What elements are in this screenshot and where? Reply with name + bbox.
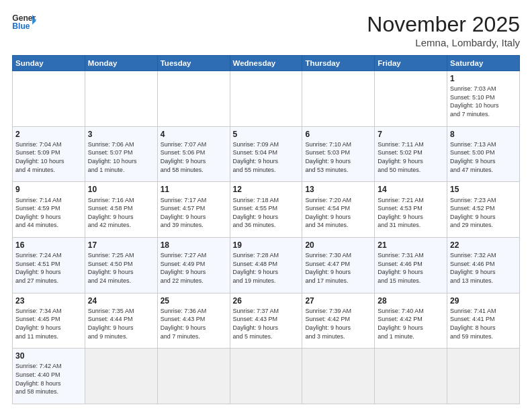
- day-info: Sunrise: 7:17 AM Sunset: 4:57 PM Dayligh…: [161, 196, 227, 230]
- calendar-cell: 6Sunrise: 7:10 AM Sunset: 5:03 PM Daylig…: [302, 126, 375, 182]
- day-info: Sunrise: 7:39 AM Sunset: 4:42 PM Dayligh…: [305, 307, 371, 340]
- day-info: Sunrise: 7:20 AM Sunset: 4:54 PM Dayligh…: [305, 196, 371, 230]
- calendar-cell: [302, 349, 375, 404]
- day-info: Sunrise: 7:37 AM Sunset: 4:43 PM Dayligh…: [233, 307, 300, 340]
- calendar-cell: 21Sunrise: 7:31 AM Sunset: 4:46 PM Dayli…: [375, 237, 447, 293]
- calendar-cell: 17Sunrise: 7:25 AM Sunset: 4:50 PM Dayli…: [85, 237, 157, 293]
- day-info: Sunrise: 7:30 AM Sunset: 4:47 PM Dayligh…: [305, 251, 371, 285]
- day-info: Sunrise: 7:14 AM Sunset: 4:59 PM Dayligh…: [15, 196, 82, 230]
- day-info: Sunrise: 7:03 AM Sunset: 5:10 PM Dayligh…: [450, 85, 517, 118]
- calendar-cell: 2Sunrise: 7:04 AM Sunset: 5:09 PM Daylig…: [13, 126, 85, 182]
- calendar-cell: 1Sunrise: 7:03 AM Sunset: 5:10 PM Daylig…: [447, 71, 520, 127]
- calendar-cell: 15Sunrise: 7:23 AM Sunset: 4:52 PM Dayli…: [447, 182, 520, 238]
- calendar-cell: [85, 71, 157, 127]
- calendar-cell: 29Sunrise: 7:41 AM Sunset: 4:41 PM Dayli…: [447, 293, 520, 349]
- day-number: 4: [161, 129, 227, 140]
- day-info: Sunrise: 7:25 AM Sunset: 4:50 PM Dayligh…: [88, 251, 154, 285]
- day-info: Sunrise: 7:28 AM Sunset: 4:48 PM Dayligh…: [233, 251, 300, 285]
- calendar-cell: 23Sunrise: 7:34 AM Sunset: 4:45 PM Dayli…: [13, 293, 85, 349]
- day-info: Sunrise: 7:11 AM Sunset: 5:02 PM Dayligh…: [378, 140, 444, 174]
- weekday-header-thursday: Thursday: [302, 56, 375, 71]
- day-info: Sunrise: 7:09 AM Sunset: 5:04 PM Dayligh…: [233, 140, 300, 174]
- day-number: 13: [305, 184, 371, 195]
- day-info: Sunrise: 7:41 AM Sunset: 4:41 PM Dayligh…: [450, 307, 517, 340]
- day-number: 28: [378, 295, 444, 306]
- day-number: 27: [305, 295, 371, 306]
- calendar-cell: 9Sunrise: 7:14 AM Sunset: 4:59 PM Daylig…: [13, 182, 85, 238]
- calendar-cell: 14Sunrise: 7:21 AM Sunset: 4:53 PM Dayli…: [375, 182, 447, 238]
- day-number: 18: [161, 240, 227, 250]
- day-number: 25: [161, 295, 227, 306]
- calendar-cell: 5Sunrise: 7:09 AM Sunset: 5:04 PM Daylig…: [230, 126, 302, 182]
- day-number: 14: [378, 184, 444, 195]
- day-info: Sunrise: 7:31 AM Sunset: 4:46 PM Dayligh…: [378, 251, 444, 285]
- day-number: 12: [233, 184, 300, 195]
- day-number: 24: [88, 295, 154, 306]
- day-info: Sunrise: 7:32 AM Sunset: 4:46 PM Dayligh…: [450, 251, 517, 285]
- calendar-cell: [157, 71, 230, 127]
- day-number: 19: [233, 240, 300, 250]
- calendar-cell: 4Sunrise: 7:07 AM Sunset: 5:06 PM Daylig…: [157, 126, 230, 182]
- day-info: Sunrise: 7:24 AM Sunset: 4:51 PM Dayligh…: [15, 251, 82, 285]
- day-number: 6: [305, 129, 371, 140]
- day-info: Sunrise: 7:36 AM Sunset: 4:43 PM Dayligh…: [161, 307, 227, 340]
- title-block: November 2025 Lemna, Lombardy, Italy: [367, 12, 520, 48]
- day-number: 5: [233, 129, 300, 140]
- day-number: 15: [450, 184, 517, 195]
- calendar-cell: 22Sunrise: 7:32 AM Sunset: 4:46 PM Dayli…: [447, 237, 520, 293]
- week-row-2: 9Sunrise: 7:14 AM Sunset: 4:59 PM Daylig…: [13, 182, 520, 238]
- day-number: 9: [15, 184, 82, 195]
- calendar-cell: [230, 71, 302, 127]
- calendar-cell: [375, 349, 447, 404]
- week-row-3: 16Sunrise: 7:24 AM Sunset: 4:51 PM Dayli…: [13, 237, 520, 293]
- calendar-cell: 30Sunrise: 7:42 AM Sunset: 4:40 PM Dayli…: [13, 349, 85, 404]
- day-number: 11: [161, 184, 227, 195]
- day-number: 16: [15, 240, 82, 250]
- calendar-cell: 26Sunrise: 7:37 AM Sunset: 4:43 PM Dayli…: [230, 293, 302, 349]
- day-number: 29: [450, 295, 517, 306]
- day-info: Sunrise: 7:27 AM Sunset: 4:49 PM Dayligh…: [161, 251, 227, 285]
- calendar-cell: 12Sunrise: 7:18 AM Sunset: 4:55 PM Dayli…: [230, 182, 302, 238]
- calendar-cell: 7Sunrise: 7:11 AM Sunset: 5:02 PM Daylig…: [375, 126, 447, 182]
- weekday-header-friday: Friday: [375, 56, 447, 71]
- week-row-4: 23Sunrise: 7:34 AM Sunset: 4:45 PM Dayli…: [13, 293, 520, 349]
- day-number: 7: [378, 129, 444, 140]
- day-number: 26: [233, 295, 300, 306]
- calendar-cell: 13Sunrise: 7:20 AM Sunset: 4:54 PM Dayli…: [302, 182, 375, 238]
- week-row-1: 2Sunrise: 7:04 AM Sunset: 5:09 PM Daylig…: [13, 126, 520, 182]
- calendar-cell: 16Sunrise: 7:24 AM Sunset: 4:51 PM Dayli…: [13, 237, 85, 293]
- calendar-cell: 8Sunrise: 7:13 AM Sunset: 5:00 PM Daylig…: [447, 126, 520, 182]
- calendar-cell: [375, 71, 447, 127]
- weekday-header-monday: Monday: [85, 56, 157, 71]
- weekday-header-wednesday: Wednesday: [230, 56, 302, 71]
- calendar-table: SundayMondayTuesdayWednesdayThursdayFrid…: [12, 55, 520, 404]
- calendar-cell: [302, 71, 375, 127]
- day-number: 23: [15, 295, 82, 306]
- calendar-cell: 11Sunrise: 7:17 AM Sunset: 4:57 PM Dayli…: [157, 182, 230, 238]
- day-info: Sunrise: 7:07 AM Sunset: 5:06 PM Dayligh…: [161, 140, 227, 174]
- calendar-cell: 10Sunrise: 7:16 AM Sunset: 4:58 PM Dayli…: [85, 182, 157, 238]
- day-info: Sunrise: 7:06 AM Sunset: 5:07 PM Dayligh…: [88, 140, 154, 174]
- week-row-0: 1Sunrise: 7:03 AM Sunset: 5:10 PM Daylig…: [13, 71, 520, 127]
- day-number: 1: [450, 73, 517, 84]
- day-number: 20: [305, 240, 371, 250]
- day-number: 30: [15, 351, 82, 361]
- calendar-cell: [230, 349, 302, 404]
- calendar-cell: [85, 349, 157, 404]
- day-info: Sunrise: 7:40 AM Sunset: 4:42 PM Dayligh…: [378, 307, 444, 340]
- calendar-cell: 28Sunrise: 7:40 AM Sunset: 4:42 PM Dayli…: [375, 293, 447, 349]
- calendar-cell: 3Sunrise: 7:06 AM Sunset: 5:07 PM Daylig…: [85, 126, 157, 182]
- calendar-cell: [447, 349, 520, 404]
- svg-text:Blue: Blue: [12, 21, 30, 31]
- logo-icon: General Blue: [12, 12, 36, 31]
- calendar-cell: 27Sunrise: 7:39 AM Sunset: 4:42 PM Dayli…: [302, 293, 375, 349]
- day-info: Sunrise: 7:35 AM Sunset: 4:44 PM Dayligh…: [88, 307, 154, 340]
- day-number: 17: [88, 240, 154, 250]
- day-info: Sunrise: 7:04 AM Sunset: 5:09 PM Dayligh…: [15, 140, 82, 174]
- day-number: 2: [15, 129, 82, 140]
- day-info: Sunrise: 7:42 AM Sunset: 4:40 PM Dayligh…: [15, 362, 82, 396]
- day-info: Sunrise: 7:21 AM Sunset: 4:53 PM Dayligh…: [378, 196, 444, 230]
- day-number: 8: [450, 129, 517, 140]
- day-info: Sunrise: 7:16 AM Sunset: 4:58 PM Dayligh…: [88, 196, 154, 230]
- logo: General Blue: [12, 12, 36, 31]
